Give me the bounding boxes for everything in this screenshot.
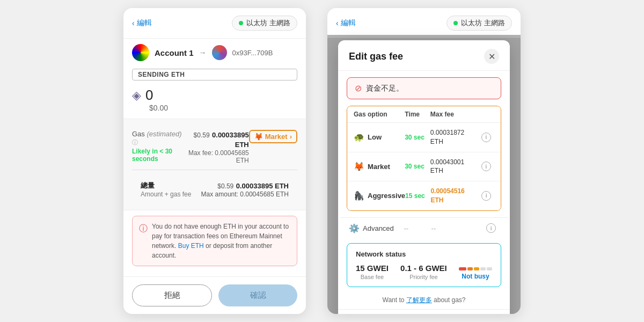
gas-option-aggressive[interactable]: 🦍 Aggressive 15 sec 0.00054516ETH i xyxy=(347,181,501,210)
market-btn-label: Market xyxy=(265,133,288,141)
recipient-avatar xyxy=(212,45,227,60)
market-time: 30 sec xyxy=(405,163,430,170)
right-network-badge[interactable]: 以太坊 主網路 xyxy=(447,16,512,31)
eth-icon: ◈ xyxy=(132,89,141,103)
total-usd: $0.59 xyxy=(217,182,233,190)
base-fee-stat: 15 GWEI Base fee xyxy=(356,264,389,280)
max-fee-row: Max fee: 0.00045685 ETH xyxy=(188,149,249,164)
buy-eth-link[interactable]: Buy ETH xyxy=(178,242,204,250)
learn-more-link[interactable]: 了解更多 xyxy=(406,296,432,304)
low-time: 30 sec xyxy=(405,134,430,141)
network-status-dot xyxy=(239,21,243,25)
left-panel: ‹ 編輯 以太坊 主網路 Account 1 → 0x93F...709B SE… xyxy=(123,8,306,314)
base-fee-label: Base fee xyxy=(356,274,389,280)
right-bg: ‹ 編輯 以太坊 主網路 Edit gas fee ✕ ⊘ 資金不足。 xyxy=(327,8,521,314)
not-busy-label: Not busy xyxy=(462,273,489,280)
account-address: 0x93F...709B xyxy=(232,49,273,57)
aggressive-label: Aggressive xyxy=(368,192,405,200)
aggressive-fee: 0.00054516ETH xyxy=(430,187,481,205)
learn-more-text-before: Want to xyxy=(383,296,405,304)
aggressive-time: 15 sec xyxy=(405,192,430,200)
right-panel: ‹ 編輯 以太坊 主網路 Edit gas fee ✕ ⊘ 資金不足。 xyxy=(327,8,521,314)
total-eth: 0.00033895 ETH xyxy=(236,182,289,190)
col-time: Time xyxy=(405,111,430,118)
right-back-label: 編輯 xyxy=(341,18,356,28)
market-info-button[interactable]: i xyxy=(481,162,491,171)
left-network-badge[interactable]: 以太坊 主網路 xyxy=(232,16,297,31)
advanced-dash1: -- xyxy=(404,224,431,232)
gas-section: 🦊 Market › Gas (estimated) ⓘ Likely in <… xyxy=(123,119,306,210)
learn-more-row: Want to 了解更多 about gas? xyxy=(338,291,510,309)
market-fee: 0.00043001ETH xyxy=(430,158,481,176)
traffic-bar xyxy=(459,267,492,270)
chevron-left-icon: ‹ xyxy=(132,19,135,27)
sending-badge: SENDING ETH xyxy=(132,69,297,80)
not-busy-section: Not busy xyxy=(459,267,492,280)
market-button[interactable]: 🦊 Market › xyxy=(249,130,297,143)
insufficient-text: 資金不足。 xyxy=(366,84,404,93)
eth-amount-section: ◈ 0 $0.00 xyxy=(123,83,306,119)
right-header: ‹ 編輯 以太坊 主網路 xyxy=(327,8,521,39)
advanced-info-button[interactable]: i xyxy=(486,223,496,233)
edit-gas-fee-modal: Edit gas fee ✕ ⊘ 資金不足。 Gas option Time M… xyxy=(338,40,510,314)
network-status-box: Network status 15 GWEI Base fee 0.1 - 6 … xyxy=(347,243,501,287)
low-icon: 🐢 xyxy=(354,132,364,142)
aggressive-icon: 🦍 xyxy=(354,191,364,201)
advanced-label: Advanced xyxy=(363,224,394,232)
insufficient-icon: ⊘ xyxy=(355,83,362,93)
insufficient-funds-banner: ⊘ 資金不足。 xyxy=(347,77,501,99)
left-header: ‹ 編輯 以太坊 主網路 xyxy=(123,8,306,39)
priority-fee-label: Priority fee xyxy=(400,274,447,280)
right-back-button[interactable]: ‹ 編輯 xyxy=(336,18,356,28)
chevron-left-icon-right: ‹ xyxy=(336,19,339,27)
left-confirm-button[interactable]: 確認 xyxy=(218,284,297,306)
divider xyxy=(132,170,297,170)
gas-usd: $0.59 xyxy=(194,131,210,139)
market-label: Market xyxy=(368,163,390,171)
eth-amount: 0 xyxy=(145,87,153,104)
right-network-label: 以太坊 主網路 xyxy=(461,18,505,28)
right-network-dot xyxy=(453,21,458,25)
learn-more-text-after: about gas? xyxy=(434,296,465,304)
priority-fee-value: 0.1 - 6 GWEI xyxy=(400,264,447,273)
low-fee: 0.00031872ETH xyxy=(430,128,481,147)
total-section: 總量 Amount + gas fee $0.59 0.00033895 ETH… xyxy=(132,175,297,203)
gas-options-table: Gas option Time Max fee 🐢 Low 30 sec 0.0… xyxy=(347,106,501,211)
gas-eth: 0.00033895 ETH xyxy=(212,131,249,149)
low-label: Low xyxy=(368,133,382,141)
aggressive-info-button[interactable]: i xyxy=(481,191,491,201)
network-stats-row: 15 GWEI Base fee 0.1 - 6 GWEI Priority f… xyxy=(356,264,492,280)
gas-table-header: Gas option Time Max fee xyxy=(347,106,501,123)
modal-title: Edit gas fee xyxy=(349,51,403,62)
left-back-button[interactable]: ‹ 編輯 xyxy=(132,18,152,28)
warning-box: ⓘ You do not have enough ETH in your acc… xyxy=(132,216,297,266)
account-name: Account 1 xyxy=(155,48,194,57)
advanced-row[interactable]: ⚙️ Advanced -- -- i xyxy=(340,217,508,239)
max-fee-label: Max fee: xyxy=(188,149,213,157)
max-fee-value: 0.00045685 ETH xyxy=(215,149,248,164)
total-max-label: Max amount: xyxy=(201,191,238,198)
gas-option-low[interactable]: 🐢 Low 30 sec 0.00031872ETH i xyxy=(347,123,501,152)
advanced-dash2: -- xyxy=(431,224,486,232)
market-icon: 🦊 xyxy=(354,162,364,172)
modal-header: Edit gas fee ✕ xyxy=(338,40,510,71)
modal-overlay: Edit gas fee ✕ ⊘ 資金不足。 Gas option Time M… xyxy=(327,35,521,314)
base-fee-value: 15 GWEI xyxy=(356,264,389,273)
account-avatar xyxy=(132,44,149,61)
account-row: Account 1 → 0x93F...709B xyxy=(123,39,306,67)
col-gas-option: Gas option xyxy=(354,111,405,118)
left-back-label: 編輯 xyxy=(137,18,152,28)
col-max-fee: Max fee xyxy=(430,111,481,118)
gas-option-market[interactable]: 🦊 Market 30 sec 0.00043001ETH i xyxy=(347,152,501,182)
network-status-title: Network status xyxy=(356,250,492,258)
modal-footer: 拒絕 確認 xyxy=(338,309,510,314)
total-label: 總量 xyxy=(141,181,191,191)
likely-text: Likely in < 30 seconds xyxy=(132,148,188,163)
total-max-row: Max amount: 0.00045685 ETH xyxy=(201,191,289,198)
modal-close-button[interactable]: ✕ xyxy=(484,49,499,64)
gas-label: Gas xyxy=(132,130,145,138)
gas-info-icon[interactable]: ⓘ xyxy=(132,139,138,145)
warning-text: You do not have enough ETH in your accou… xyxy=(152,222,290,260)
left-reject-button[interactable]: 拒絕 xyxy=(132,284,212,306)
low-info-button[interactable]: i xyxy=(481,133,491,142)
